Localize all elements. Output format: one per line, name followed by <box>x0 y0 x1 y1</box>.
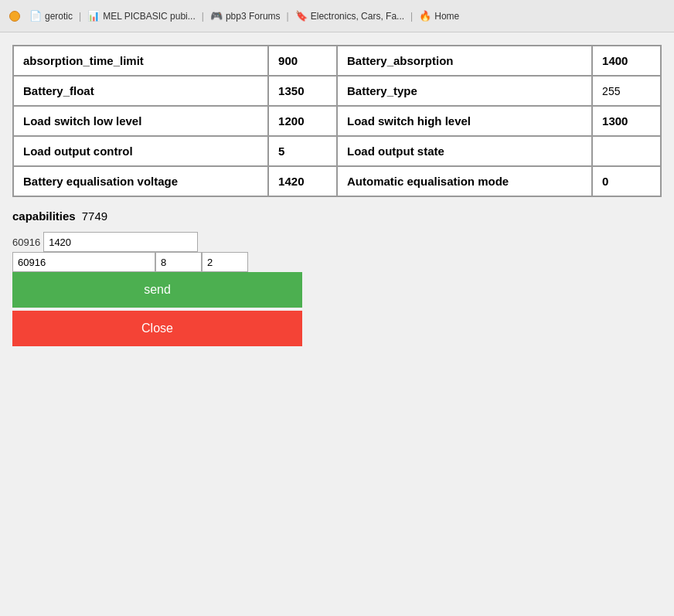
row-3-col2-value <box>592 136 661 166</box>
tab-electronics[interactable]: 🔖 Electronics, Cars, Fa... <box>295 10 404 22</box>
row-4-col1-value: 1420 <box>268 166 337 196</box>
form-area: 60916 send Close <box>12 232 302 346</box>
row-1-col2-value: 255 <box>592 76 661 106</box>
tab-electronics-label: Electronics, Cars, Fa... <box>311 11 404 22</box>
field2-input[interactable] <box>155 252 202 272</box>
row-0-col1-value: 900 <box>268 46 337 76</box>
row-1-col2-label: Battery_type <box>337 76 592 106</box>
row-2-col2-label: Load switch high level <box>337 106 592 136</box>
table-row: Load switch low level1200Load switch hig… <box>13 106 661 136</box>
tab-game-icon: 🎮 <box>210 10 223 22</box>
tab-bookmark-icon: 🔖 <box>295 10 308 22</box>
row-0-col1-label: absorption_time_limit <box>13 46 268 76</box>
row-4-col1-label: Battery equalisation voltage <box>13 166 268 196</box>
data-table: absorption_time_limit900Battery_absorpti… <box>12 45 662 197</box>
field3-input[interactable] <box>202 252 248 272</box>
tab-gerotic-label: gerotic <box>45 11 73 22</box>
row-1-col1-value: 1350 <box>268 76 337 106</box>
row-2-col2-value: 1300 <box>592 106 661 136</box>
tab-home[interactable]: 🔥 Home <box>419 10 459 22</box>
tab-mel[interactable]: 📊 MEL PICBASIC pubi... <box>87 10 196 22</box>
tab-fire-icon: 🔥 <box>419 10 431 22</box>
close-button[interactable]: Close <box>12 311 302 346</box>
row-3-col1-value: 5 <box>268 136 337 166</box>
browser-tabs: 📄 gerotic | 📊 MEL PICBASIC pubi... | 🎮 p… <box>29 10 459 22</box>
table-row: Battery_float1350Battery_type255 <box>13 76 661 106</box>
value-input[interactable] <box>43 232 198 252</box>
main-content: absorption_time_limit900Battery_absorpti… <box>0 32 674 359</box>
row-4-col2-value: 0 <box>592 166 661 196</box>
browser-chrome: 📄 gerotic | 📊 MEL PICBASIC pubi... | 🎮 p… <box>0 0 674 32</box>
capabilities-value: 7749 <box>82 209 107 223</box>
input-row-2 <box>12 252 302 272</box>
row-2-col1-label: Load switch low level <box>13 106 268 136</box>
row-0-col2-label: Battery_absorption <box>337 46 592 76</box>
tab-chart-icon: 📊 <box>87 10 100 22</box>
address-label: 60916 <box>12 237 40 248</box>
capabilities-label: capabilities <box>12 209 76 223</box>
tab-gerotic[interactable]: 📄 gerotic <box>29 10 73 22</box>
table-row: absorption_time_limit900Battery_absorpti… <box>13 46 661 76</box>
tab-pbp3-label: pbp3 Forums <box>226 11 281 22</box>
input-row-1: 60916 <box>12 232 302 252</box>
table-row: Load output control5Load output state <box>13 136 661 166</box>
row-1-col1-label: Battery_float <box>13 76 268 106</box>
tab-pbp3[interactable]: 🎮 pbp3 Forums <box>210 10 281 22</box>
tab-home-label: Home <box>434 11 459 22</box>
send-button[interactable]: send <box>12 272 302 308</box>
row-2-col1-value: 1200 <box>268 106 337 136</box>
tab-doc-icon: 📄 <box>29 10 42 22</box>
browser-dot <box>9 11 20 22</box>
table-row: Battery equalisation voltage1420Automati… <box>13 166 661 196</box>
row-3-col1-label: Load output control <box>13 136 268 166</box>
row-4-col2-label: Automatic equalisation mode <box>337 166 592 196</box>
address-input[interactable] <box>12 252 155 272</box>
row-0-col2-value: 1400 <box>592 46 661 76</box>
tab-mel-label: MEL PICBASIC pubi... <box>103 11 196 22</box>
capabilities-row: capabilities 7749 <box>12 209 662 223</box>
row-3-col2-label: Load output state <box>337 136 592 166</box>
